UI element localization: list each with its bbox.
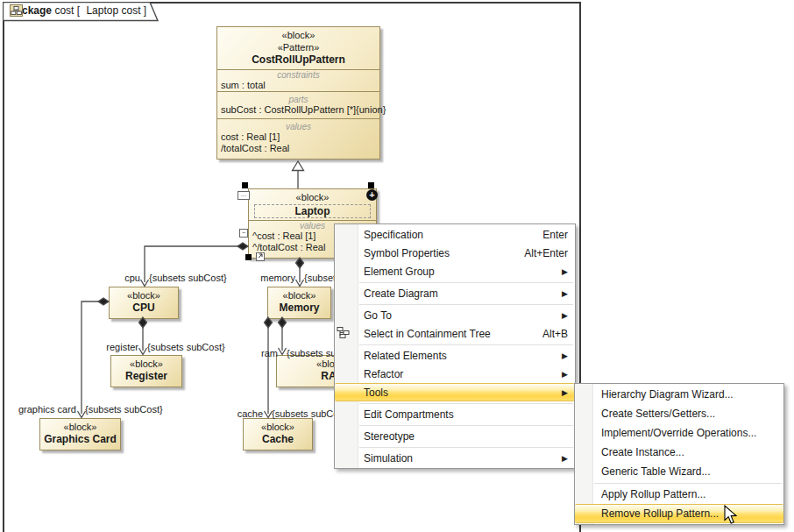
- part-item[interactable]: subCost : CostRollUpPattern [*]{union}: [221, 104, 376, 116]
- submenu-arrow-icon: ▶: [559, 311, 568, 320]
- menu-item-edit-compartments[interactable]: Edit Compartments: [335, 405, 575, 423]
- selection-handle[interactable]: [368, 182, 374, 188]
- role-label-memory[interactable]: memory: [256, 273, 295, 283]
- menu-item-specification[interactable]: Specification Enter: [335, 225, 575, 244]
- edit-compartments-icon[interactable]: …: [237, 191, 250, 200]
- stereotype-label: «Pattern»: [217, 41, 379, 53]
- menu-item-go-to[interactable]: Go To ▶: [335, 306, 575, 324]
- menu-item-refactor[interactable]: Refactor ▶: [335, 365, 575, 383]
- role-label-ram[interactable]: ram: [243, 348, 278, 358]
- tab-bracket-open: [: [77, 4, 80, 17]
- stereotype-label: «block»: [249, 189, 376, 203]
- menu-item-label: Generic Table Wizard...: [601, 465, 776, 478]
- menu-item-label: Select in Containment Tree: [364, 328, 525, 340]
- stereotype-label: «block»: [217, 27, 379, 41]
- submenu-item-create-instance[interactable]: Create Instance...: [575, 443, 783, 462]
- menu-item-label: Remove Rollup Pattern...: [601, 507, 776, 520]
- value-item[interactable]: cost : Real [1]: [221, 131, 376, 143]
- tab-text: package cost [ Laptop cost ]: [10, 4, 146, 17]
- menu-item-select-in-containment-tree[interactable]: Select in Containment Tree Alt+B: [335, 324, 575, 343]
- parts-compartment-label: parts: [221, 92, 376, 104]
- expand-corner-icon[interactable]: [256, 252, 265, 261]
- collapse-compartment-icon[interactable]: −: [239, 229, 248, 238]
- menu-item-label: Specification: [364, 229, 525, 241]
- tab-diagram-name: Laptop cost: [86, 4, 140, 17]
- constraint-label-cpu[interactable]: {subsets subCost}: [149, 273, 227, 283]
- stereotype-label: «block»: [110, 287, 178, 301]
- role-label-register[interactable]: register: [95, 342, 138, 352]
- role-label-cache[interactable]: cache: [221, 408, 263, 419]
- submenu-item-create-setters-getters[interactable]: Create Setters/Getters...: [575, 404, 783, 423]
- constraint-label-register[interactable]: {subsets subCost}: [147, 342, 225, 352]
- menu-item-label: Create Setters/Getters...: [601, 408, 776, 420]
- menu-item-label: Go To: [364, 309, 559, 322]
- menu-item-label: Implement/Override Operations...: [601, 427, 776, 439]
- stereotype-label: «block»: [111, 356, 181, 370]
- role-label-cpu[interactable]: cpu: [103, 273, 140, 283]
- block-graphics-card[interactable]: «block» Graphics Card: [39, 418, 121, 450]
- tab-bracket-close: ]: [144, 4, 146, 17]
- add-element-icon[interactable]: +: [366, 189, 378, 201]
- block-name: CostRollUpPattern: [217, 53, 379, 67]
- menu-shortcut: Enter: [542, 229, 568, 241]
- values-compartment-label: values: [221, 119, 376, 131]
- block-name: Register: [111, 370, 181, 383]
- block-name: Memory: [268, 301, 330, 315]
- menu-item-create-diagram[interactable]: Create Diagram ▶: [335, 284, 575, 302]
- mouse-cursor-icon: [724, 505, 738, 528]
- menu-item-symbol-properties[interactable]: Symbol Properties Alt+Enter: [335, 244, 575, 262]
- submenu-item-remove-rollup-pattern[interactable]: Remove Rollup Pattern...: [575, 504, 783, 523]
- stereotype-label: «block»: [40, 419, 120, 433]
- menu-item-label: Apply Rollup Pattern...: [601, 488, 776, 500]
- menu-item-label: Tools: [364, 387, 559, 399]
- block-cpu[interactable]: «block» CPU: [109, 287, 179, 319]
- role-label-graphics-card[interactable]: graphics card: [14, 404, 76, 415]
- constraints-compartment-label: constraints: [221, 70, 376, 80]
- submenu-arrow-icon: ▶: [559, 289, 568, 298]
- menu-shortcut: Alt+B: [542, 328, 568, 340]
- block-name: Cache: [244, 433, 312, 446]
- block-costrolluppattern[interactable]: «block» «Pattern» CostRollUpPattern cons…: [216, 26, 380, 160]
- tools-submenu: Hierarchy Diagram Wizard... Create Sette…: [574, 383, 784, 525]
- diagram-tab[interactable]: package cost [ Laptop cost ]: [3, 2, 162, 21]
- menu-item-label: Simulation: [364, 452, 559, 465]
- menu-item-label: Create Diagram: [364, 287, 559, 300]
- submenu-arrow-icon: ▶: [559, 351, 568, 360]
- submenu-arrow-icon: ▶: [559, 267, 568, 276]
- value-item[interactable]: /totalCost : Real: [221, 143, 376, 154]
- submenu-item-apply-rollup-pattern[interactable]: Apply Rollup Pattern...: [575, 485, 783, 504]
- menu-item-label: Edit Compartments: [364, 408, 568, 421]
- containment-tree-icon: [337, 326, 350, 343]
- menu-item-label: Refactor: [364, 368, 559, 380]
- block-memory[interactable]: «block» Memory: [267, 287, 331, 319]
- menu-item-label: Related Elements: [364, 350, 559, 362]
- menu-item-element-group[interactable]: Element Group ▶: [335, 262, 575, 280]
- constraint-item[interactable]: sum : total: [221, 80, 376, 91]
- menu-item-label: Hierarchy Diagram Wizard...: [601, 388, 776, 401]
- stereotype-label: «block»: [244, 419, 312, 433]
- selection-handle[interactable]: [245, 254, 252, 260]
- submenu-arrow-icon: ▶: [559, 454, 568, 463]
- submenu-item-implement-override-operations[interactable]: Implement/Override Operations...: [575, 423, 783, 443]
- submenu-arrow-icon: ▶: [559, 370, 568, 379]
- block-name[interactable]: Laptop: [254, 204, 371, 218]
- menu-item-simulation[interactable]: Simulation ▶: [335, 449, 575, 467]
- context-menu: Specification Enter Symbol Properties Al…: [334, 223, 576, 469]
- constraint-label-graphics-card[interactable]: {subsets subCost}: [85, 404, 163, 415]
- menu-item-label: Element Group: [364, 266, 559, 278]
- menu-shortcut: Alt+Enter: [524, 247, 568, 259]
- block-cache[interactable]: «block» Cache: [243, 418, 313, 450]
- menu-item-label: Create Instance...: [601, 446, 776, 458]
- block-register[interactable]: «block» Register: [110, 355, 182, 387]
- stereotype-label: «block»: [268, 287, 330, 301]
- menu-item-stereotype[interactable]: Stereotype: [335, 427, 575, 445]
- selection-handle[interactable]: [242, 182, 248, 188]
- menu-item-tools[interactable]: Tools ▶: [335, 383, 575, 401]
- menu-item-related-elements[interactable]: Related Elements ▶: [335, 346, 575, 365]
- block-name: Graphics Card: [40, 433, 120, 446]
- menu-item-label: Stereotype: [364, 430, 568, 443]
- submenu-item-hierarchy-diagram-wizard[interactable]: Hierarchy Diagram Wizard...: [575, 385, 783, 404]
- menu-item-label: Symbol Properties: [364, 247, 507, 259]
- submenu-item-generic-table-wizard[interactable]: Generic Table Wizard...: [575, 462, 783, 481]
- tab-context: cost: [54, 4, 74, 17]
